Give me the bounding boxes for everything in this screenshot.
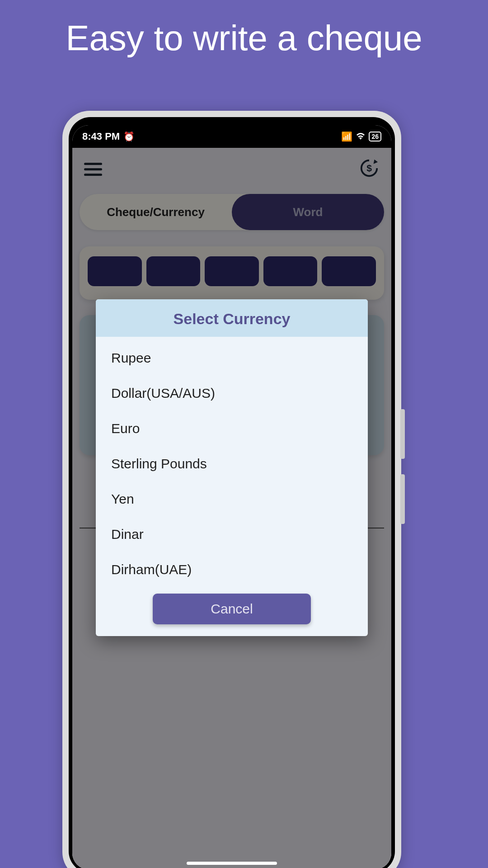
status-time: 8:43 PM (82, 131, 120, 142)
cancel-button[interactable]: Cancel (153, 594, 311, 624)
alarm-icon: ⏰ (123, 131, 135, 142)
dialog-title: Select Currency (96, 299, 368, 337)
phone-side-buttons (400, 409, 405, 539)
currency-option-dinar[interactable]: Dinar (96, 517, 368, 552)
home-indicator[interactable] (187, 862, 277, 865)
phone-frame: 8:43 PM ⏰ 📶 26 (62, 111, 401, 868)
app-content: $ Cheque/Currency Word (72, 148, 391, 868)
currency-option-sterling[interactable]: Sterling Pounds (96, 446, 368, 481)
currency-option-euro[interactable]: Euro (96, 411, 368, 446)
marketing-headline: Easy to write a cheque (0, 0, 488, 59)
currency-option-dollar[interactable]: Dollar(USA/AUS) (96, 376, 368, 411)
phone-bezel: 8:43 PM ⏰ 📶 26 (69, 117, 395, 868)
currency-option-dirham[interactable]: Dirham(UAE) (96, 552, 368, 587)
currency-list: Rupee Dollar(USA/AUS) Euro Sterling Poun… (96, 337, 368, 590)
wifi-icon (355, 132, 366, 142)
phone-notch (169, 117, 295, 132)
currency-option-yen[interactable]: Yen (96, 481, 368, 517)
battery-indicator: 26 (369, 132, 381, 142)
signal-icon: 📶 (341, 131, 352, 142)
select-currency-dialog: Select Currency Rupee Dollar(USA/AUS) Eu… (96, 299, 368, 636)
currency-option-rupee[interactable]: Rupee (96, 340, 368, 376)
phone-screen: 8:43 PM ⏰ 📶 26 (72, 125, 391, 868)
